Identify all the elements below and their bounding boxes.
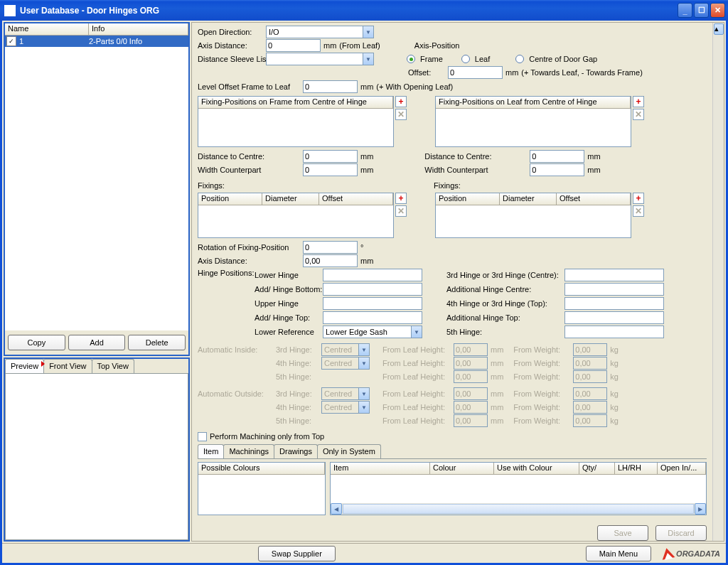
preview-panel: Preview Front View Top View xyxy=(4,357,190,542)
axis-distance2-input[interactable]: 0,00 xyxy=(303,254,358,267)
scroll-left-icon[interactable]: ◀ xyxy=(331,503,342,515)
fixing-leaf-box: Fixing-Positions on Leaf from Centre of … xyxy=(435,96,631,147)
lower-hinge-input[interactable] xyxy=(323,269,422,281)
fixings-table-l[interactable]: Position Diameter Offset xyxy=(198,193,394,238)
offset-input[interactable]: 0 xyxy=(448,66,503,79)
subtab-drawings[interactable]: Drawings xyxy=(274,444,318,458)
subtab-machinings[interactable]: Machinings xyxy=(223,444,274,458)
add-fixing-r-button[interactable]: + xyxy=(633,193,644,204)
chevron-down-icon: ▼ xyxy=(411,326,422,338)
label-centre-gap: Centre of Door Gap xyxy=(529,55,597,63)
scroll-up-icon[interactable]: ▴ xyxy=(714,23,724,35)
possible-colours-box[interactable]: Possible Colours xyxy=(198,462,326,515)
label-auto-inside: Automatic Inside: xyxy=(198,345,276,354)
auto-3rd-select: Centred▼ xyxy=(321,343,370,356)
label-perform-machining: Perform Machining only from Top xyxy=(210,432,324,441)
label-fixings-l: Fixings: xyxy=(198,181,408,190)
chevron-down-icon: ▼ xyxy=(363,53,373,65)
swap-supplier-button[interactable]: Swap Supplier xyxy=(258,546,336,561)
distance-centre-input-l[interactable]: 0 xyxy=(303,150,358,163)
remove-fixing-l-button[interactable]: ✕ xyxy=(395,205,407,217)
tab-front-view[interactable]: Front View xyxy=(43,359,92,373)
fixing-frame-title: Fixing-Positions on Frame from Centre of… xyxy=(198,97,393,108)
label-offset: Offset: xyxy=(408,68,448,77)
minimize-button[interactable]: _ xyxy=(678,3,692,18)
subtab-item[interactable]: Item xyxy=(198,444,224,458)
add-fixing-frame-button[interactable]: + xyxy=(395,96,407,107)
sleeve-list-select[interactable]: ▼ xyxy=(266,53,374,65)
list-col-info[interactable]: Info xyxy=(89,23,188,35)
tab-preview[interactable]: Preview xyxy=(5,359,44,373)
label-hinge-positions: Hinge Positions: xyxy=(198,269,255,277)
open-direction-select[interactable]: I/O▼ xyxy=(266,26,374,38)
perform-machining-checkbox[interactable] xyxy=(198,432,207,441)
fourth-hinge-input[interactable] xyxy=(564,297,664,310)
label-axis-distance2: Axis Distance: xyxy=(198,257,303,265)
subtab-only-system[interactable]: Only in System xyxy=(317,444,381,458)
label-sleeve-list: Distance Sleeve List xyxy=(198,55,266,63)
width-cp-input-r[interactable]: 0 xyxy=(530,163,584,176)
remove-fixing-r-button[interactable]: ✕ xyxy=(633,205,644,217)
save-button[interactable]: Save xyxy=(597,525,648,541)
label-leaf: Leaf xyxy=(475,55,490,63)
row-checkbox[interactable]: ✓ xyxy=(6,36,16,46)
upper-hinge-input[interactable] xyxy=(323,297,422,310)
add-button[interactable]: Add xyxy=(68,335,126,350)
lower-reference-select[interactable]: Lower Edge Sash▼ xyxy=(323,325,422,338)
window-title: User Database - Door Hinges ORG xyxy=(20,6,678,16)
label-axis-distance: Axis Distance: xyxy=(198,41,266,50)
preview-area xyxy=(5,373,188,540)
label-open-direction: Open Direction: xyxy=(198,28,266,36)
copy-button[interactable]: Copy xyxy=(8,335,65,350)
fixing-frame-box: Fixing-Positions on Frame from Centre of… xyxy=(198,96,394,147)
vertical-scrollbar[interactable]: ▴ xyxy=(712,23,724,541)
row-name: 1 xyxy=(18,37,89,45)
chevron-down-icon: ▼ xyxy=(363,26,373,38)
list-row[interactable]: ✓ 1 2-Parts 0/0 Info xyxy=(5,36,188,47)
label-fixings-r: Fixings: xyxy=(434,181,461,190)
maximize-button[interactable]: ☐ xyxy=(694,3,709,18)
delete-button[interactable]: Delete xyxy=(128,335,186,350)
label-auto-outside: Automatic Outside: xyxy=(198,389,276,398)
rotation-input[interactable]: 0 xyxy=(303,241,358,254)
fifth-hinge-input[interactable] xyxy=(564,325,664,338)
radio-leaf[interactable] xyxy=(461,55,470,63)
label-frame: Frame xyxy=(420,55,443,63)
discard-button[interactable]: Discard xyxy=(655,525,707,541)
add-hinge-top2-input[interactable] xyxy=(564,311,664,324)
fixing-leaf-title: Fixing-Positions on Leaf from Centre of … xyxy=(436,97,631,108)
tab-top-view[interactable]: Top View xyxy=(92,359,134,373)
app-icon xyxy=(4,5,16,16)
items-table[interactable]: Item Colour Use with Colour Qty/ LH/RH O… xyxy=(330,462,707,515)
add-hinge-top-input[interactable] xyxy=(323,311,422,324)
window-titlebar: User Database - Door Hinges ORG _ ☐ ✕ xyxy=(0,0,728,21)
label-rotation: Rotation of Fixing-Position xyxy=(198,243,303,252)
unit-mm: mm xyxy=(323,41,336,50)
distance-centre-input-r[interactable]: 0 xyxy=(530,150,584,163)
footer: Swap Supplier Main Menu ORGADATA xyxy=(2,543,726,563)
third-hinge-input[interactable] xyxy=(564,269,664,281)
axis-distance-input[interactable]: 0 xyxy=(266,39,321,52)
remove-fixing-frame-button[interactable]: ✕ xyxy=(395,109,407,120)
label-width-cp-r: Width Counterpart xyxy=(424,166,530,174)
label-level-offset: Level Offset Frame to Leaf xyxy=(198,82,303,91)
add-hinge-bottom-input[interactable] xyxy=(323,283,422,296)
label-distance-centre-l: Distance to Centre: xyxy=(198,152,303,161)
list-col-name[interactable]: Name xyxy=(5,23,89,35)
fixings-table-r[interactable]: Position Diameter Offset xyxy=(435,193,631,238)
radio-centre-gap[interactable] xyxy=(515,55,524,63)
close-button[interactable]: ✕ xyxy=(710,3,725,18)
radio-frame[interactable] xyxy=(407,55,415,63)
add-fixing-leaf-button[interactable]: + xyxy=(633,96,644,107)
main-menu-button[interactable]: Main Menu xyxy=(586,546,651,561)
label-from-leaf: (From Leaf) xyxy=(339,41,380,50)
add-fixing-l-button[interactable]: + xyxy=(395,193,407,204)
scroll-right-icon[interactable]: ▶ xyxy=(695,503,706,515)
remove-fixing-leaf-button[interactable]: ✕ xyxy=(633,109,644,120)
database-list-panel: Name Info ✓ 1 2-Parts 0/0 Info Copy Add … xyxy=(4,22,190,356)
add-hinge-centre-input[interactable] xyxy=(564,283,664,296)
logo-icon xyxy=(660,547,675,559)
horizontal-scrollbar[interactable]: ◀ ▶ xyxy=(331,503,706,515)
level-offset-input[interactable]: 0 xyxy=(303,80,358,93)
width-cp-input-l[interactable]: 0 xyxy=(303,163,358,176)
